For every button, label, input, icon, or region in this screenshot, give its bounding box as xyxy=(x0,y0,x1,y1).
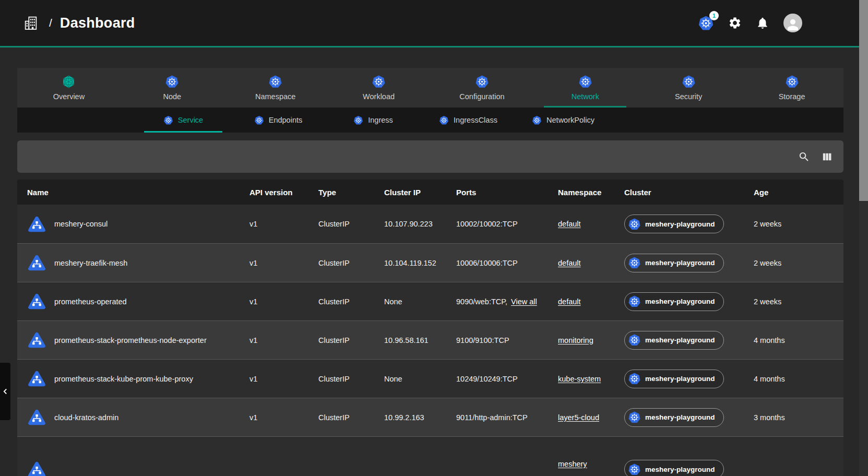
tab-storage[interactable]: Storage xyxy=(740,68,843,108)
tab-network[interactable]: Network xyxy=(533,68,637,108)
subtab-label: Service xyxy=(178,116,203,124)
table-row: meshery-consulv1ClusterIP10.107.90.22310… xyxy=(17,205,843,243)
service-icon xyxy=(27,292,46,311)
service-icon xyxy=(27,408,46,427)
cluster-name: meshery-playground xyxy=(645,220,715,228)
cell-name: meshery-consul xyxy=(17,215,249,234)
subtab-endpoints[interactable]: Endpoints xyxy=(231,108,326,133)
kubernetes-icon xyxy=(353,115,363,125)
tab-label: Workload xyxy=(363,92,395,101)
subtab-service[interactable]: Service xyxy=(136,108,231,133)
kubernetes-icon xyxy=(628,372,641,385)
table-toolbar xyxy=(17,140,843,173)
column-header-cluster[interactable]: Cluster xyxy=(624,188,754,197)
collapse-drawer-button[interactable] xyxy=(0,363,10,420)
kubernetes-icon xyxy=(268,75,282,89)
namespace-link[interactable]: kube-system xyxy=(558,375,601,383)
notifications-bell-icon[interactable] xyxy=(756,16,769,30)
column-header-age[interactable]: Age xyxy=(754,188,843,197)
cell-name: prometheus-stack-prometheus-node-exporte… xyxy=(17,330,249,350)
namespace-link[interactable]: meshery xyxy=(558,460,587,468)
app-header: / Dashboard 1 xyxy=(0,0,868,47)
tab-node[interactable]: Node xyxy=(121,68,224,108)
view-all-ports-link[interactable]: View all xyxy=(511,298,537,306)
tab-label: Configuration xyxy=(459,92,504,101)
cell-cluster: meshery-playground xyxy=(624,460,754,476)
page-title: Dashboard xyxy=(60,15,135,31)
tab-workload[interactable]: Workload xyxy=(327,68,431,108)
header-actions: 1 xyxy=(698,14,854,32)
column-header-namespace[interactable]: Namespace xyxy=(558,188,624,197)
column-header-type[interactable]: Type xyxy=(318,188,384,197)
cluster-chip[interactable]: meshery-playground xyxy=(624,292,724,311)
search-icon[interactable] xyxy=(798,151,810,163)
kubernetes-icon xyxy=(532,115,542,125)
namespace-link[interactable]: layer5-cloud xyxy=(558,413,599,422)
cell-type: ClusterIP xyxy=(318,336,384,344)
namespace-link[interactable]: default xyxy=(558,259,581,267)
service-name[interactable]: prometheus-stack-kube-prom-kube-proxy xyxy=(54,375,193,383)
cell-name: meshery-traefik-mesh xyxy=(17,253,249,272)
service-name[interactable]: prometheus-stack-prometheus-node-exporte… xyxy=(54,336,207,344)
kubernetes-icon xyxy=(628,463,641,476)
column-header-cluster-ip[interactable]: Cluster IP xyxy=(384,188,456,197)
tab-security[interactable]: Security xyxy=(637,68,740,108)
namespace-link[interactable]: default xyxy=(558,298,581,306)
user-avatar[interactable] xyxy=(783,14,802,32)
cluster-chip[interactable]: meshery-playground xyxy=(624,460,724,476)
ports-text: 9011/http-admin:TCP xyxy=(456,413,528,422)
cluster-chip[interactable]: meshery-playground xyxy=(624,370,724,388)
service-icon xyxy=(27,215,46,234)
cell-namespace: monitoring xyxy=(558,336,624,344)
view-columns-icon[interactable] xyxy=(821,151,833,163)
cell-cluster: meshery-playground xyxy=(624,215,754,233)
cell-namespace: default xyxy=(558,220,624,228)
kubernetes-icon xyxy=(163,115,173,125)
page-scrollbar[interactable] xyxy=(859,0,868,476)
cell-age: 4 months xyxy=(754,336,843,344)
namespace-link[interactable]: monitoring xyxy=(558,336,593,344)
cell-name: cloud-kratos-admin xyxy=(17,408,249,427)
tab-namespace[interactable]: Namespace xyxy=(224,68,327,108)
subtab-networkpolicy[interactable]: NetworkPolicy xyxy=(516,108,611,133)
table-row: prometheus-stack-kube-prom-kube-proxyv1C… xyxy=(17,359,843,398)
cluster-chip[interactable]: meshery-playground xyxy=(624,331,724,350)
column-header-ports[interactable]: Ports xyxy=(456,188,558,197)
cell-cluster-ip: None xyxy=(384,298,456,306)
column-header-api-version[interactable]: API version xyxy=(249,188,318,197)
cell-cluster-ip: 10.96.58.161 xyxy=(384,336,456,344)
service-icon xyxy=(27,330,46,350)
organization-building-icon[interactable] xyxy=(23,15,40,31)
tab-label: Namespace xyxy=(255,92,295,101)
service-name[interactable]: prometheus-operated xyxy=(54,298,127,306)
table-header: NameAPI versionTypeCluster IPPortsNamesp… xyxy=(17,180,843,205)
kubernetes-context-icon[interactable]: 1 xyxy=(698,15,714,31)
settings-gear-icon[interactable] xyxy=(728,16,742,30)
subtab-ingressclass[interactable]: IngressClass xyxy=(421,108,516,133)
service-name[interactable]: meshery-consul xyxy=(54,220,108,228)
tab-overview[interactable]: Overview xyxy=(17,68,121,108)
column-header-name[interactable]: Name xyxy=(17,188,249,197)
cluster-chip[interactable]: meshery-playground xyxy=(624,408,724,427)
tab-configuration[interactable]: Configuration xyxy=(431,68,534,108)
cell-name: prometheus-stack-kube-prom-kube-proxy xyxy=(17,369,249,388)
kubernetes-icon xyxy=(439,115,449,125)
cluster-chip[interactable]: meshery-playground xyxy=(624,254,724,272)
cluster-chip[interactable]: meshery-playground xyxy=(624,215,724,233)
service-name[interactable]: cloud-kratos-admin xyxy=(54,413,118,422)
kubernetes-icon xyxy=(628,411,641,424)
scrollbar-thumb[interactable] xyxy=(859,0,868,201)
subtab-ingress[interactable]: Ingress xyxy=(326,108,421,133)
cell-age: 2 weeks xyxy=(754,298,843,306)
cell-ports: 10006/10006:TCP xyxy=(456,259,558,267)
cluster-name: meshery-playground xyxy=(645,298,715,305)
service-name[interactable]: meshery-traefik-mesh xyxy=(54,259,127,267)
service-icon xyxy=(27,253,46,272)
kubernetes-icon xyxy=(628,295,641,308)
namespace-link[interactable]: default xyxy=(558,220,581,228)
subtab-label: IngressClass xyxy=(454,116,497,124)
cell-namespace: meshery xyxy=(558,460,624,468)
cell-cluster-ip: 10.104.119.152 xyxy=(384,259,456,267)
cell-type: ClusterIP xyxy=(318,375,384,383)
cell-api-version: v1 xyxy=(249,259,318,267)
